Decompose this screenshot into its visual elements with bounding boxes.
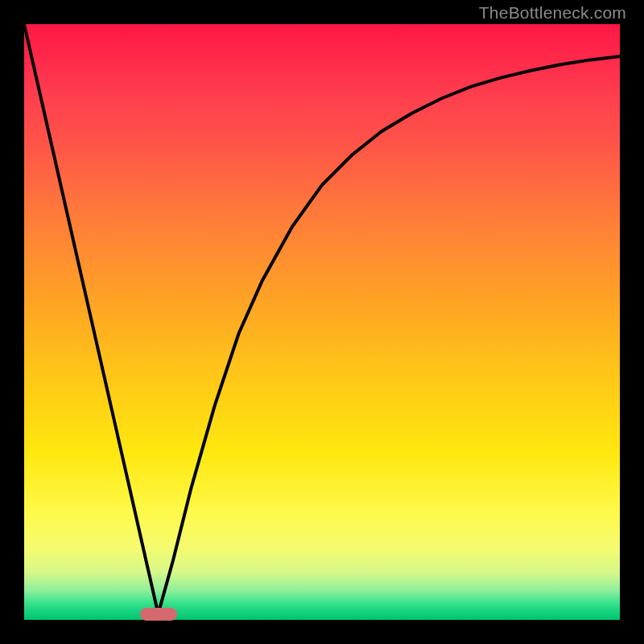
- watermark-text: TheBottleneck.com: [479, 3, 626, 23]
- minimum-marker: [140, 608, 177, 621]
- curve-layer: [24, 24, 620, 620]
- right-asymptote-curve: [159, 56, 621, 614]
- plot-area: [24, 24, 620, 620]
- left-descent-curve: [24, 24, 159, 614]
- chart-frame: TheBottleneck.com: [0, 0, 644, 644]
